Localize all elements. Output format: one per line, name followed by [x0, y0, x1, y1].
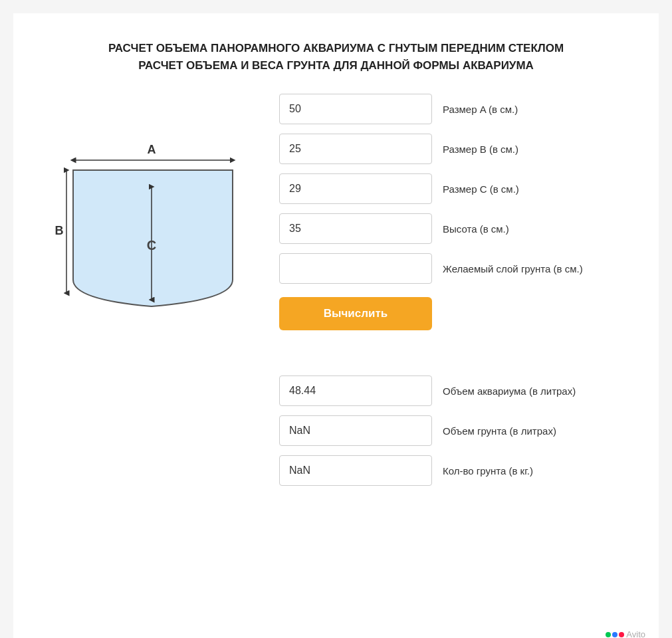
input-size-b[interactable] — [279, 134, 432, 164]
dot-red — [619, 632, 624, 637]
results-section: Объем аквариума (в литрах) Объем грунта … — [279, 375, 619, 486]
input-height[interactable] — [279, 213, 432, 244]
dot-blue — [612, 632, 617, 637]
avito-text: Avito — [626, 629, 645, 638]
label-size-c: Размер C (в см.) — [443, 183, 519, 195]
divider — [279, 340, 619, 353]
avito-dots — [606, 632, 624, 637]
form-row-soil-layer: Желаемый слой грунта (в см.) — [279, 253, 619, 284]
form-row-size-a: Размер A (в см.) — [279, 94, 619, 124]
label-soil-weight: Кол-во грунта (в кг.) — [443, 465, 533, 477]
result-volume[interactable] — [279, 375, 432, 406]
form-row-height: Высота (в см.) — [279, 213, 619, 244]
label-size-b: Размер B (в см.) — [443, 144, 518, 155]
page-container: РАСЧЕТ ОБЪЕМА ПАНОРАМНОГО АКВАРИУМА С ГН… — [13, 13, 659, 638]
label-soil-layer: Желаемый слой грунта (в см.) — [443, 263, 583, 274]
title-line1: РАСЧЕТ ОБЪЕМА ПАНОРАМНОГО АКВАРИУМА С ГН… — [53, 40, 619, 57]
input-size-c[interactable] — [279, 173, 432, 204]
svg-text:A: A — [148, 143, 156, 156]
diagram-section: A B C — [53, 134, 266, 322]
result-soil-volume[interactable] — [279, 415, 432, 446]
form-row-button: Вычислить — [279, 293, 619, 330]
result-row-soil-weight: Кол-во грунта (в кг.) — [279, 455, 619, 486]
svg-text:B: B — [55, 224, 64, 237]
form-section: Размер A (в см.) Размер B (в см.) Размер… — [279, 94, 619, 486]
title-line2: РАСЧЕТ ОБЪЕМА И ВЕСА ГРУНТА ДЛЯ ДАННОЙ Ф… — [53, 57, 619, 74]
result-row-soil-volume: Объем грунта (в литрах) — [279, 415, 619, 446]
dot-green — [606, 632, 611, 637]
form-row-size-c: Размер C (в см.) — [279, 173, 619, 204]
label-soil-volume: Объем грунта (в литрах) — [443, 425, 556, 437]
input-soil-layer[interactable] — [279, 253, 432, 284]
main-content: A B C — [53, 94, 619, 486]
label-height: Высота (в см.) — [443, 223, 509, 235]
svg-text:C: C — [147, 238, 156, 253]
label-size-a: Размер A (в см.) — [443, 104, 518, 115]
input-size-a[interactable] — [279, 94, 432, 124]
label-volume: Объем аквариума (в литрах) — [443, 385, 576, 397]
avito-watermark: Avito — [606, 629, 645, 638]
aquarium-diagram: A B C — [53, 134, 253, 320]
form-row-size-b: Размер B (в см.) — [279, 134, 619, 164]
result-row-volume: Объем аквариума (в литрах) — [279, 375, 619, 406]
avito-logo: Avito — [606, 629, 645, 638]
title-block: РАСЧЕТ ОБЪЕМА ПАНОРАМНОГО АКВАРИУМА С ГН… — [53, 40, 619, 74]
calculate-button[interactable]: Вычислить — [279, 297, 432, 330]
result-soil-weight[interactable] — [279, 455, 432, 486]
